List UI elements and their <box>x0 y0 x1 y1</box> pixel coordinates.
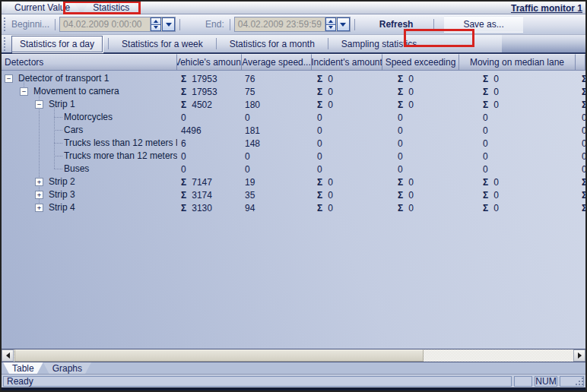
cell-value: 0 <box>576 137 585 150</box>
end-date-dropdown-icon[interactable] <box>337 17 350 31</box>
resize-grip-icon <box>575 378 582 384</box>
cell-value: 0 <box>382 137 459 150</box>
sigma-icon: Σ <box>181 100 186 110</box>
tree-collapse-icon[interactable]: − <box>20 87 28 96</box>
sigma-icon: Σ <box>582 203 585 213</box>
cell-value: 0 <box>312 163 382 175</box>
horizontal-scrollbar[interactable] <box>2 349 585 362</box>
column-header-5[interactable]: Moving on median lane <box>459 54 576 70</box>
end-date-field[interactable]: 04.02.2009 23:59:59 <box>235 17 325 31</box>
sigma-icon: Σ <box>181 190 186 201</box>
cell-value: 181 <box>242 124 312 137</box>
cell-value: 0 <box>382 124 459 137</box>
spin-up-icon[interactable] <box>151 17 161 25</box>
cell-value: Σ0 <box>576 98 585 111</box>
sigma-icon: Σ <box>181 177 186 188</box>
save-as-button[interactable]: Save as... <box>444 16 522 33</box>
cell-value: Σ0 <box>576 85 585 98</box>
begin-date-dropdown-icon[interactable] <box>162 17 175 31</box>
tree-collapse-icon[interactable]: − <box>5 74 13 83</box>
row-label: Motorcycles <box>64 112 113 122</box>
row-label: Detector of transport 1 <box>18 73 109 84</box>
column-header-1[interactable]: Vehicle's amount <box>177 54 242 70</box>
separator <box>328 38 328 49</box>
table-row[interactable]: Trucks more than 12 meters lo000000 <box>2 150 585 163</box>
cell-value: 0 <box>242 163 312 175</box>
tab-table[interactable]: Table <box>3 362 43 374</box>
spin-down-icon[interactable] <box>151 25 161 32</box>
sigma-icon: Σ <box>398 203 403 213</box>
sigma-icon: Σ <box>582 74 585 84</box>
table-row[interactable]: +Strip 3Σ317435Σ0Σ0Σ0Σ0 <box>2 188 585 201</box>
table-row[interactable]: Trucks less than 12 meters lor61480000 <box>2 137 585 150</box>
table-content: −Detector of transport 1Σ1795376Σ0Σ0Σ0Σ0… <box>2 71 585 349</box>
sigma-icon: Σ <box>398 100 403 110</box>
tree-expand-icon[interactable]: + <box>35 191 43 199</box>
sigma-icon: Σ <box>398 74 403 84</box>
status-resize-grip[interactable] <box>560 376 584 387</box>
sigma-icon: Σ <box>317 100 322 110</box>
scroll-right-icon[interactable] <box>573 349 585 362</box>
cell-value: 0 <box>576 150 585 163</box>
table-row[interactable]: +Strip 4Σ313094Σ0Σ0Σ0Σ0 <box>2 201 585 214</box>
cell-value: 0 <box>459 124 576 137</box>
table-row[interactable]: −Strip 1Σ4502180Σ0Σ0Σ0Σ0 <box>2 98 585 111</box>
stat-tab-day[interactable]: Statistics for a day <box>11 36 103 52</box>
row-label: Cars <box>64 125 83 135</box>
tab-current-value[interactable]: Current Value <box>4 2 81 14</box>
stat-tab-month[interactable]: Statistics for a month <box>222 36 322 52</box>
tab-graphs[interactable]: Graphs <box>43 362 91 374</box>
cell-value: Σ0 <box>382 188 459 201</box>
cell-value: Σ0 <box>312 201 382 214</box>
cell-value: Σ3130 <box>177 201 242 214</box>
tab-current-value-label: Current Value <box>14 2 70 13</box>
cell-value: 0 <box>576 163 585 175</box>
tab-statistics[interactable]: Statistics <box>82 2 140 14</box>
tree-collapse-icon[interactable]: − <box>35 100 43 109</box>
scroll-left-icon[interactable] <box>2 349 14 362</box>
table-row[interactable]: +Strip 2Σ714719Σ0Σ0Σ0Σ0 <box>2 175 585 188</box>
separator <box>179 19 180 30</box>
spin-down-icon[interactable] <box>325 25 336 32</box>
row-label-cell: Motorcycles <box>2 111 177 124</box>
row-label-cell: Cars <box>2 124 177 137</box>
cell-value: 6 <box>177 137 242 150</box>
table-row[interactable]: Motorcycles000000 <box>2 111 585 124</box>
column-header-4[interactable]: Speed exceeding <box>382 54 459 70</box>
column-header-0[interactable]: Detectors <box>2 54 177 70</box>
stat-tab-week[interactable]: Statistics for a week <box>114 36 211 52</box>
column-header-2[interactable]: Average speed... <box>242 54 312 70</box>
column-header-3[interactable]: Incident's amount <box>312 54 382 70</box>
cell-value: 0 <box>312 137 382 150</box>
status-bar: Ready NUM <box>2 375 585 387</box>
stat-tab-sampling[interactable]: Sampling statistics <box>334 36 424 52</box>
spin-up-icon[interactable] <box>325 17 336 25</box>
cell-value: Σ0 <box>459 201 576 214</box>
cell-value: Σ0 <box>382 98 459 111</box>
toolbar-gripper-icon[interactable] <box>4 37 7 51</box>
table-row[interactable]: −Movement to cameraΣ1795375Σ0Σ0Σ0Σ0 <box>2 85 585 98</box>
scrollbar-thumb[interactable] <box>14 349 424 362</box>
tree-expand-icon[interactable]: + <box>35 204 43 212</box>
row-label-cell: −Movement to camera <box>2 85 177 98</box>
sigma-icon: Σ <box>483 100 488 110</box>
sigma-icon: Σ <box>317 87 322 97</box>
cell-value: 180 <box>242 98 312 111</box>
tree-connector <box>54 169 62 169</box>
refresh-button[interactable]: Refresh <box>370 17 424 32</box>
row-label-cell: +Strip 3 <box>2 188 177 201</box>
cell-value: 35 <box>242 188 312 201</box>
separator <box>216 38 217 49</box>
table-row[interactable]: Cars44961810000 <box>2 124 585 137</box>
toolbar-gripper-icon[interactable] <box>4 17 7 31</box>
row-label: Buses <box>64 163 89 174</box>
column-header-clipped <box>576 54 585 70</box>
begin-date-field[interactable]: 04.02.2009 0:00:00 <box>60 17 150 31</box>
row-label-cell: −Detector of transport 1 <box>2 72 177 85</box>
toolbar-dates: Beginni... 04.02.2009 0:00:00 End: 04.02… <box>2 14 585 35</box>
table-row[interactable]: −Detector of transport 1Σ1795376Σ0Σ0Σ0Σ0 <box>2 72 585 85</box>
tree-expand-icon[interactable]: + <box>35 178 43 186</box>
table-row[interactable]: Buses000000 <box>2 163 585 175</box>
cell-value: Σ0 <box>576 175 585 188</box>
row-label-cell: Trucks more than 12 meters lo <box>2 150 177 163</box>
